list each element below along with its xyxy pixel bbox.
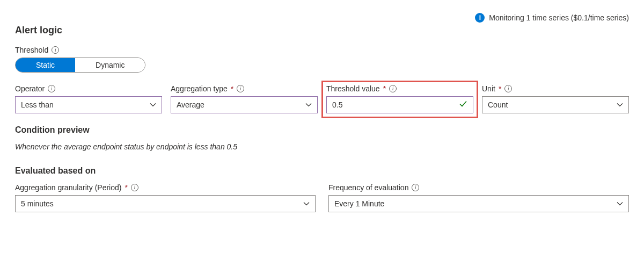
operator-label-text: Operator: [15, 84, 45, 93]
info-icon[interactable]: i: [504, 85, 512, 92]
threshold-static-option[interactable]: Static: [16, 58, 75, 72]
aggregation-granularity-select[interactable]: 5 minutes: [15, 195, 316, 212]
chevron-down-icon: [303, 200, 310, 207]
threshold-value-highlight: Threshold value * i 0.5: [321, 81, 478, 118]
info-icon[interactable]: i: [52, 46, 59, 54]
aggregation-type-label: Aggregation type * i: [171, 84, 318, 93]
threshold-value-label: Threshold value * i: [326, 84, 473, 93]
info-icon[interactable]: i: [48, 85, 55, 92]
required-asterisk: *: [499, 84, 501, 93]
required-asterisk: *: [231, 84, 233, 93]
operator-value: Less than: [21, 100, 54, 109]
alert-logic-title: Alert logic: [15, 25, 629, 36]
frequency-value: Every 1 Minute: [334, 199, 384, 208]
aggregation-granularity-label: Aggregation granularity (Period) * i: [15, 183, 316, 192]
info-icon[interactable]: i: [412, 184, 419, 191]
required-asterisk: *: [125, 183, 127, 192]
aggregation-type-value: Average: [177, 100, 204, 109]
threshold-label: Threshold i: [15, 46, 629, 54]
monitoring-text: Monitoring 1 time series ($0.1/time seri…: [489, 13, 629, 22]
aggregation-granularity-label-text: Aggregation granularity (Period): [15, 183, 121, 192]
operator-label: Operator i: [15, 84, 162, 93]
condition-preview-title: Condition preview: [15, 125, 629, 135]
operator-select[interactable]: Less than: [15, 96, 162, 113]
aggregation-type-label-text: Aggregation type: [171, 84, 228, 93]
frequency-select[interactable]: Every 1 Minute: [328, 195, 629, 212]
check-icon: [459, 99, 467, 110]
condition-preview-text: Whenever the average endpoint status by …: [15, 142, 629, 151]
frequency-label: Frequency of evaluation i: [328, 183, 629, 192]
threshold-dynamic-option[interactable]: Dynamic: [75, 58, 145, 72]
required-asterisk: *: [383, 84, 386, 93]
monitoring-banner: i Monitoring 1 time series ($0.1/time se…: [15, 13, 629, 23]
threshold-toggle[interactable]: Static Dynamic: [15, 58, 145, 73]
chevron-down-icon: [150, 102, 156, 108]
info-icon: i: [475, 13, 485, 23]
evaluated-based-on-title: Evaluated based on: [15, 166, 629, 176]
frequency-label-text: Frequency of evaluation: [328, 183, 408, 192]
aggregation-type-select[interactable]: Average: [171, 96, 318, 113]
threshold-value-value: 0.5: [332, 100, 342, 109]
threshold-label-text: Threshold: [15, 46, 48, 54]
unit-label-text: Unit: [482, 84, 495, 93]
info-icon[interactable]: i: [237, 85, 244, 92]
unit-value: Count: [488, 100, 508, 109]
chevron-down-icon: [617, 102, 623, 108]
info-icon[interactable]: i: [389, 85, 397, 92]
info-icon[interactable]: i: [131, 184, 138, 191]
threshold-value-label-text: Threshold value: [326, 84, 380, 93]
threshold-value-input[interactable]: 0.5: [326, 96, 473, 113]
unit-select[interactable]: Count: [482, 96, 629, 113]
chevron-down-icon: [305, 102, 312, 108]
chevron-down-icon: [617, 200, 623, 207]
aggregation-granularity-value: 5 minutes: [21, 199, 54, 208]
unit-label: Unit * i: [482, 84, 629, 93]
